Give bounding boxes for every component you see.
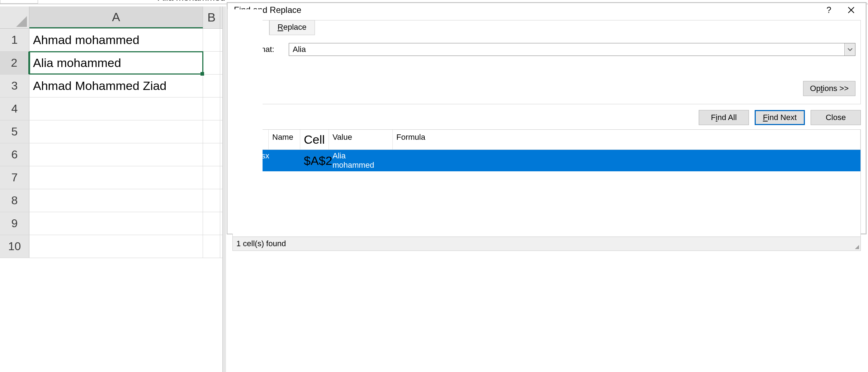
row-header[interactable]: 7 <box>0 166 29 189</box>
dialog-titlebar[interactable]: Find and Replace ? <box>227 3 866 17</box>
find-what-dropdown-icon[interactable] <box>844 43 855 56</box>
cell[interactable] <box>203 235 220 258</box>
column-header-a[interactable]: A <box>29 6 203 28</box>
sheet-row: 1Ahmad mohammed <box>0 29 222 52</box>
results-cell-value: Alia mohammed <box>329 150 393 171</box>
sheet-row: 9 <box>0 212 222 235</box>
cell[interactable] <box>203 52 220 74</box>
row-header[interactable]: 2 <box>0 52 29 74</box>
select-all-triangle[interactable] <box>0 6 29 28</box>
cell[interactable]: Ahmad Mohammed Ziad <box>29 75 203 97</box>
close-icon[interactable] <box>841 3 861 17</box>
row-header[interactable]: 10 <box>0 235 29 258</box>
worksheet-grid[interactable]: A B 1Ahmad mohammed2Alia mohammed3Ahmad … <box>0 6 222 372</box>
find-what-input[interactable] <box>289 43 844 56</box>
cell[interactable] <box>29 143 203 166</box>
dialog-tabs: Find Replace <box>237 20 855 35</box>
sheet-row: 7 <box>0 166 222 189</box>
cell[interactable] <box>29 97 203 120</box>
sheet-row: 3Ahmad Mohammed Ziad <box>0 75 222 97</box>
dialog-action-row: Find All Find Next Close <box>227 104 866 129</box>
results-cell-sheet: Sheet1 <box>227 9 263 234</box>
find-next-button[interactable]: Find Next <box>755 110 805 125</box>
cell[interactable] <box>203 120 220 143</box>
formula-bar-text[interactable]: Alia mohammed <box>158 0 225 3</box>
row-header[interactable]: 5 <box>0 120 29 143</box>
cell[interactable] <box>203 29 220 51</box>
results-header-formula[interactable]: Formula <box>393 130 860 149</box>
results-empty-area[interactable] <box>233 171 860 237</box>
options-button[interactable]: Options >> <box>803 81 855 96</box>
results-header-value[interactable]: Value <box>329 130 393 149</box>
sheet-right-gutter <box>222 6 226 372</box>
cell[interactable]: Alia mohammed <box>29 52 203 74</box>
results-header-cell[interactable]: Cell <box>300 130 329 149</box>
results-cell-name <box>269 150 300 171</box>
sheet-row: 10 <box>0 235 222 258</box>
sheet-row: 5 <box>0 120 222 143</box>
row-header[interactable]: 6 <box>0 143 29 166</box>
sheet-row: 8 <box>0 189 222 212</box>
cell[interactable] <box>203 97 220 120</box>
results-cell-formula <box>393 150 860 171</box>
cell[interactable] <box>203 75 220 97</box>
row-header[interactable]: 4 <box>0 97 29 120</box>
results-list[interactable]: Book Sheet Name Cell Value Formula ALIA.… <box>232 129 861 237</box>
column-headers[interactable]: A B <box>0 6 222 29</box>
tab-replace[interactable]: Replace <box>269 20 315 35</box>
find-all-button[interactable]: Find All <box>699 110 749 125</box>
row-header[interactable]: 9 <box>0 212 29 235</box>
column-header-b[interactable]: B <box>203 6 220 28</box>
cell[interactable] <box>29 166 203 189</box>
find-replace-dialog: Find and Replace ? Find Replace Find wha… <box>227 2 867 234</box>
sheet-row: 6 <box>0 143 222 166</box>
row-header[interactable]: 8 <box>0 189 29 212</box>
find-what-combobox[interactable] <box>289 43 855 56</box>
row-header[interactable]: 1 <box>0 29 29 51</box>
results-header-row[interactable]: Book Sheet Name Cell Value Formula <box>233 130 860 150</box>
cell[interactable] <box>29 120 203 143</box>
close-button[interactable]: Close <box>811 110 861 125</box>
dialog-statusbar: 1 cell(s) found <box>232 237 861 251</box>
results-header-name[interactable]: Name <box>269 130 300 149</box>
dialog-title: Find and Replace <box>234 5 816 15</box>
results-cell-cell: $A$2 <box>300 150 329 171</box>
cell[interactable] <box>29 212 203 235</box>
sheet-row: 4 <box>0 97 222 120</box>
cell[interactable] <box>203 212 220 235</box>
help-icon[interactable]: ? <box>819 3 839 17</box>
cell[interactable] <box>203 189 220 212</box>
cell[interactable] <box>203 166 220 189</box>
results-row[interactable]: ALIA.xlsxSheet1$A$2Alia mohammed <box>233 150 860 171</box>
cell[interactable]: Ahmad mohammed <box>29 29 203 51</box>
cell[interactable] <box>29 189 203 212</box>
row-header[interactable]: 3 <box>0 75 29 97</box>
cell[interactable] <box>29 235 203 258</box>
sheet-row: 2Alia mohammed <box>0 52 222 75</box>
cell[interactable] <box>203 143 220 166</box>
name-box[interactable]: A2 <box>0 0 38 4</box>
